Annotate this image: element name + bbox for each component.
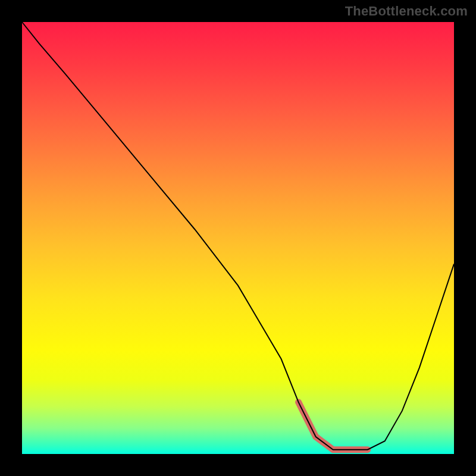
highlight-segment xyxy=(299,402,368,450)
chart-svg xyxy=(22,22,454,454)
chart-plot-area xyxy=(22,22,454,454)
bottleneck-curve xyxy=(22,22,454,450)
watermark-text: TheBottleneck.com xyxy=(345,4,468,19)
